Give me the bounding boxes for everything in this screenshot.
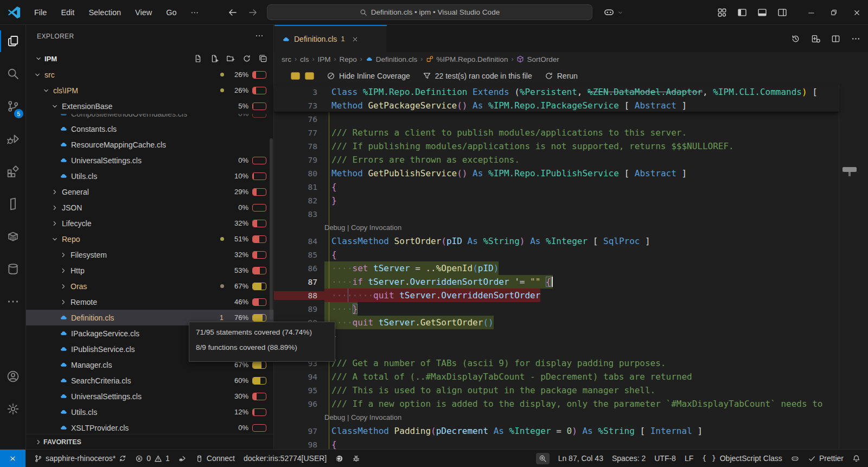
status-formatter[interactable]: Prettier	[808, 454, 844, 463]
section-header-favorites[interactable]: FAVORITES	[26, 434, 274, 449]
hide-inline-coverage-button[interactable]: Hide Inline Coverage	[327, 72, 410, 80]
editor-scrollbar[interactable]	[839, 85, 868, 449]
status-debug-status[interactable]	[352, 455, 360, 463]
minimize-button[interactable]	[800, 0, 822, 25]
tree-item-resourcemappingcache-cls[interactable]: ResourceMappingCache.cls	[26, 137, 274, 152]
remote-indicator[interactable]	[0, 450, 25, 467]
breadcrumb-repo[interactable]: Repo	[340, 55, 357, 63]
activity-additional-views[interactable]	[0, 285, 26, 318]
customize-layout-icon[interactable]	[717, 8, 727, 17]
tree-item-repo[interactable]: Repo51%	[26, 231, 274, 247]
breadcrumb-cls[interactable]: cls	[300, 55, 309, 63]
open-changes-icon[interactable]	[811, 34, 820, 43]
activity-documentation[interactable]	[0, 188, 26, 220]
command-center[interactable]: Definition.cls • ipm • Visual Studio Cod…	[267, 4, 592, 20]
rerun-button[interactable]: Rerun	[545, 72, 578, 80]
tab-definition-cls[interactable]: Definition.cls 1	[275, 25, 386, 52]
arrow-right-icon[interactable]	[248, 8, 258, 17]
status-copilot[interactable]	[791, 455, 799, 463]
menu-go[interactable]: Go	[160, 6, 182, 19]
status-git-branch[interactable]: sapphire-rhinoceros*	[34, 454, 126, 463]
status-objectscript-status[interactable]	[178, 455, 187, 463]
menu-view[interactable]: View	[129, 6, 158, 19]
tree-item-constants-cls[interactable]: Constants.cls	[26, 121, 274, 137]
menu-selection[interactable]: Selection	[82, 6, 127, 19]
tree-item-general[interactable]: General29%	[26, 184, 274, 200]
status-server-connect[interactable]: Connect	[195, 454, 235, 463]
tree-item-filesystem[interactable]: Filesystem32%	[26, 247, 274, 263]
sidebar-scrollbar[interactable]	[270, 138, 273, 320]
status-github-status[interactable]	[335, 455, 343, 463]
tree-item-universalsettings-cls[interactable]: UniversalSettings.cls0%	[26, 152, 274, 168]
menu-edit[interactable]: Edit	[55, 6, 80, 19]
toggle-secondary-sidebar-icon[interactable]	[777, 8, 787, 17]
activity-search[interactable]	[0, 57, 26, 90]
tree-item-oras[interactable]: Oras67%	[26, 278, 274, 294]
breadcrumb-ipm-repo-definition[interactable]: %IPM.Repo.Definition	[426, 55, 508, 63]
status-notifications[interactable]	[852, 455, 860, 463]
tree-item-searchcriteria-cls[interactable]: SearchCriteria.cls60%	[26, 373, 274, 388]
status-indentation[interactable]: Spaces: 2	[612, 454, 646, 463]
tree-item-json[interactable]: JSON0%	[26, 200, 274, 215]
new-file-icon[interactable]	[210, 54, 219, 63]
activity-explorer[interactable]	[0, 25, 26, 57]
status-language-mode[interactable]: { }ObjectScript Class	[702, 454, 782, 463]
activity-accounts[interactable]	[0, 360, 26, 393]
toggle-primary-sidebar-icon[interactable]	[737, 8, 747, 17]
tree-item-universalsettings-cls[interactable]: UniversalSettings.cls30%	[26, 388, 274, 404]
history-icon[interactable]	[791, 34, 800, 43]
activity-settings[interactable]	[0, 393, 26, 425]
tree-item-src[interactable]: src26%	[26, 67, 274, 82]
tree-item-extensionbase[interactable]: ExtensionBase5%	[26, 98, 274, 114]
new-file-alt-icon[interactable]	[194, 54, 202, 63]
collapse-all-icon[interactable]	[259, 54, 267, 63]
codelens[interactable]: Debug | Copy Invocation	[274, 221, 839, 234]
activity-container-tools[interactable]	[0, 220, 26, 253]
breadcrumb-definition-cls[interactable]: Definition.cls	[366, 55, 418, 63]
activity-source-control[interactable]: 5	[0, 90, 26, 123]
tree-item-utils-cls[interactable]: Utils.cls10%	[26, 168, 274, 184]
scrollbar-handle[interactable]	[843, 167, 857, 172]
breadcrumb-src[interactable]: src	[282, 55, 291, 63]
activity-database-explorer[interactable]	[0, 253, 26, 285]
tree-item-cls-ipm[interactable]: cls\IPM26%	[26, 82, 274, 98]
menu-file[interactable]: File	[28, 6, 53, 19]
chevron-down-icon[interactable]	[617, 10, 623, 16]
code-editor[interactable]: 7677/// Returns a client to publish modu…	[274, 112, 839, 449]
breadcrumb-sortorder[interactable]: SortOrder	[516, 55, 559, 63]
status-encoding[interactable]: UTF-8	[654, 454, 676, 463]
toggle-panel-icon[interactable]	[757, 8, 767, 17]
split-editor-icon[interactable]	[831, 34, 840, 43]
menu-more[interactable]: ⋯	[185, 6, 205, 19]
status-server-namespace[interactable]: docker:iris:52774[USER]	[244, 454, 327, 463]
activity-run-debug[interactable]	[0, 123, 26, 155]
ellipsis-icon[interactable]	[255, 31, 264, 40]
close-button[interactable]	[845, 0, 868, 25]
line-number: 89	[274, 305, 324, 314]
codelens[interactable]: Debug | Copy Invocation	[274, 411, 839, 424]
tree-item-compositemethodoverridables-cls[interactable]: CompositeMethodOverridables.cls0%	[26, 114, 274, 121]
arrow-left-icon[interactable]	[228, 8, 238, 17]
breadcrumb-ipm[interactable]: IPM	[318, 55, 331, 63]
tree-item-utils-cls[interactable]: Utils.cls12%	[26, 404, 274, 420]
copilot-icon[interactable]	[603, 7, 615, 18]
tree-item-http[interactable]: Http53%	[26, 263, 274, 278]
coverage-bar	[252, 267, 266, 274]
section-header-ipm[interactable]: IPM	[26, 51, 274, 66]
tree-item-remote[interactable]: Remote46%	[26, 294, 274, 310]
tests-ran-info[interactable]: 22 test(s) ran code in this file	[423, 72, 532, 80]
code-line-94: 94/// A total of (..#MaxDisplayTabCount …	[274, 370, 839, 383]
status-zoom-indicator[interactable]	[536, 453, 550, 464]
new-folder-icon[interactable]	[226, 54, 235, 63]
status-eol[interactable]: LF	[685, 454, 693, 463]
close-icon[interactable]	[352, 36, 359, 43]
tree-item-lifecycle[interactable]: Lifecycle32%	[26, 215, 274, 231]
tree-item-xsltprovider-cls[interactable]: XSLTProvider.cls0%	[26, 420, 274, 436]
activity-extensions[interactable]	[0, 155, 26, 188]
more-icon[interactable]	[851, 34, 860, 43]
status-problems[interactable]: 01	[135, 454, 170, 463]
status-cursor-position[interactable]: Ln 87, Col 43	[558, 454, 603, 463]
status-bar: sapphire-rhinoceros*01Connectdocker:iris…	[0, 449, 868, 467]
refresh-icon[interactable]	[242, 54, 251, 63]
restore-button[interactable]	[822, 0, 845, 25]
